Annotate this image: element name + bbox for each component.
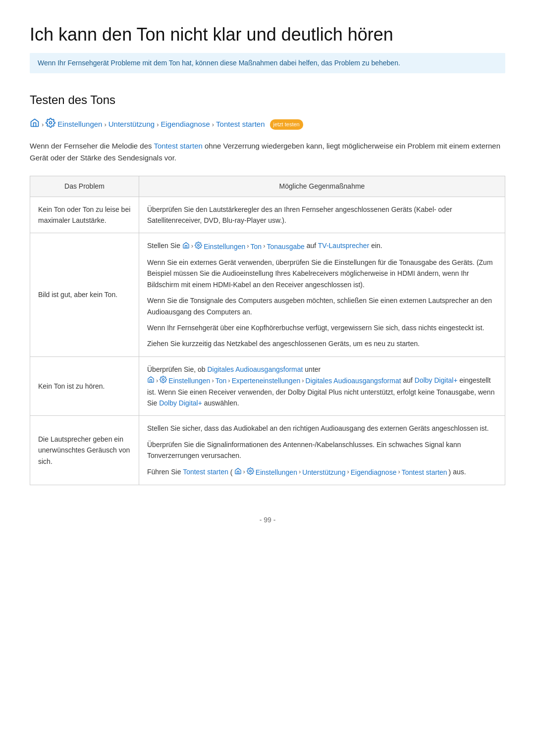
nav-dolby[interactable]: Dolby Digital+	[415, 376, 458, 384]
nav-einstellungen-r4[interactable]: Einstellungen	[256, 467, 297, 478]
nav-tontest[interactable]: Tontest starten	[216, 119, 265, 130]
solution-para: Stellen Sie › Einstellungen › Ton ›	[147, 240, 497, 252]
nav-unterstutzung-r4[interactable]: Unterstützung	[302, 467, 345, 478]
nav-einstellungen-inline[interactable]: Einstellungen	[204, 241, 245, 252]
nav-digitales-audio[interactable]: Digitales Audioausgangsformat	[207, 365, 303, 373]
nav-ton-r3[interactable]: Ton	[215, 375, 227, 386]
problem-cell-1: Kein Ton oder Ton zu leise bei maximaler…	[30, 197, 139, 233]
nav-sep-3: ›	[157, 120, 159, 130]
solution-para: Stellen Sie sicher, dass das Audiokabel …	[147, 423, 497, 434]
nav-sep: ›	[156, 376, 158, 386]
solution-cell-4: Stellen Sie sicher, dass das Audiokabel …	[139, 416, 505, 485]
nav-ton-inline[interactable]: Ton	[251, 241, 262, 252]
col-header-problem: Das Problem	[30, 176, 139, 197]
nav-sep: ›	[243, 467, 245, 477]
home-icon-inline2	[147, 375, 155, 386]
nav-sep: ›	[228, 376, 230, 386]
problem-table: Das Problem Mögliche Gegenmaßnahme Kein …	[30, 176, 505, 485]
solution-para: Ziehen Sie kurzzeitig das Netzkabel des …	[147, 338, 497, 349]
nav-eigendiagnose[interactable]: Eigendiagnose	[161, 119, 210, 130]
solution-para: Überprüfen Sie, ob Digitales Audioausgan…	[147, 364, 497, 409]
solution-cell-1: Überprüfen Sie den Lautstärkeregler des …	[139, 197, 505, 233]
solution-para: Wenn Ihr Fernsehgerät über eine Kopfhöre…	[147, 322, 497, 333]
nav-tontest-r4[interactable]: Tontest starten	[183, 468, 228, 476]
nav-digitales-audio-r3[interactable]: Digitales Audioausgangsformat	[306, 375, 401, 386]
nav-einstellungen-r3[interactable]: Einstellungen	[168, 375, 210, 386]
solution-para: Wenn Sie die Tonsignale des Computers au…	[147, 295, 497, 317]
problem-cell-4: Die Lautsprecher geben ein unerwünschtes…	[30, 416, 139, 485]
nav-sep-4: ›	[212, 120, 214, 130]
home-icon-inline3	[234, 467, 242, 478]
nav-sep-2: ›	[104, 120, 106, 130]
nav-einstellungen[interactable]: Einstellungen	[57, 119, 102, 130]
nav-tontest-r4b[interactable]: Tontest starten	[402, 467, 447, 478]
nav-sep: ›	[263, 241, 265, 252]
nav-sep: ›	[398, 467, 400, 477]
table-row: Kein Ton oder Ton zu leise bei maximaler…	[30, 197, 505, 233]
solution-para: Wenn Sie ein externes Gerät verwenden, ü…	[147, 257, 497, 290]
section-title: Testen des Tons	[30, 91, 505, 109]
problem-cell-2: Bild ist gut, aber kein Ton.	[30, 233, 139, 356]
svg-point-3	[249, 470, 251, 472]
settings-icon-inline2	[160, 375, 167, 386]
nav-dolby2[interactable]: Dolby Digital+	[159, 399, 202, 407]
nav-sep: ›	[302, 376, 304, 386]
svg-point-1	[198, 244, 200, 246]
intro-text: Wenn der Fernseher die Melodie des Tonte…	[30, 140, 505, 164]
col-header-solution: Mögliche Gegenmaßnahme	[139, 176, 505, 197]
nav-sep: ›	[299, 467, 301, 477]
home-icon	[30, 118, 40, 131]
page-title: Ich kann den Ton nicht klar und deutlich…	[30, 24, 505, 45]
nav-eigendiagnose-r4[interactable]: Eigendiagnose	[351, 467, 397, 478]
nav-unterstutzung[interactable]: Unterstützung	[108, 119, 155, 130]
table-row: Bild ist gut, aber kein Ton. Stellen Sie…	[30, 233, 505, 356]
nav-path: › Einstellungen › Unterstützung › Eigend…	[30, 118, 505, 131]
table-row: Kein Ton ist zu hören. Überprüfen Sie, o…	[30, 356, 505, 416]
nav-sep-1: ›	[42, 120, 44, 130]
nav-tonausgabe-inline[interactable]: Tonausgabe	[267, 241, 305, 252]
solution-cell-3: Überprüfen Sie, ob Digitales Audioausgan…	[139, 356, 505, 416]
solution-para: Führen Sie Tontest starten ( › Einstellu…	[147, 466, 497, 478]
nav-experteneinstellungen[interactable]: Experteneinstellungen	[232, 375, 301, 386]
page-footer: - 99 -	[30, 515, 505, 525]
nav-sep: ›	[347, 467, 349, 477]
solution-para: Überprüfen Sie den Lautstärkeregler des …	[147, 204, 497, 226]
solution-para: Überprüfen Sie die Signalinformationen d…	[147, 439, 497, 461]
svg-point-0	[50, 122, 52, 124]
settings-icon	[46, 118, 55, 131]
tontest-link-intro[interactable]: Tontest starten	[154, 142, 202, 150]
subtitle-bar: Wenn Ihr Fernsehgerät Probleme mit dem T…	[30, 53, 505, 73]
jetzt-badge: jetzt testen	[270, 119, 303, 130]
home-icon-inline	[182, 241, 190, 252]
problem-cell-3: Kein Ton ist zu hören.	[30, 356, 139, 416]
solution-cell-2: Stellen Sie › Einstellungen › Ton ›	[139, 233, 505, 356]
nav-sep: ›	[212, 376, 214, 386]
nav-sep: ›	[247, 241, 249, 252]
settings-icon-inline3	[247, 467, 254, 478]
svg-point-2	[162, 379, 164, 381]
nav-sep: ›	[191, 241, 193, 252]
settings-icon-inline	[195, 241, 202, 252]
table-row: Die Lautsprecher geben ein unerwünschtes…	[30, 416, 505, 485]
nav-tvlautsprecher[interactable]: TV-Lautsprecher	[318, 242, 370, 250]
